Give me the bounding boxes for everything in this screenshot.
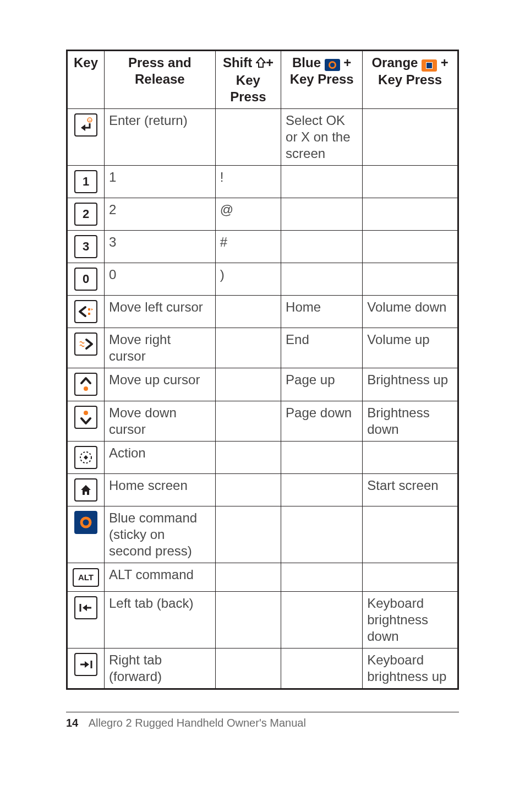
table-row: 3 3 #: [67, 231, 458, 263]
svg-point-5: [84, 411, 88, 415]
table-row: Home screen Start screen: [67, 474, 458, 506]
col-press: Press and Release: [105, 51, 216, 109]
svg-text:OK: OK: [88, 119, 92, 122]
table-row: Move right cursor End Volume up: [67, 328, 458, 368]
blue-command-key-icon: [74, 511, 97, 534]
key-function-table: Key Press and Release Shift + Key Press …: [66, 50, 459, 690]
shift-icon: [256, 56, 266, 72]
col-orange: Orange + Key Press: [363, 51, 458, 109]
right-arrow-key-icon: [74, 333, 97, 356]
svg-rect-3: [88, 313, 90, 315]
table-row: Left tab (back) Keyboard brightness down: [67, 592, 458, 648]
page-number: 14: [66, 717, 78, 729]
page-footer: 14 Allegro 2 Rugged Handheld Owner's Man…: [66, 717, 459, 729]
table-row: Blue command (sticky on second press): [67, 506, 458, 563]
svg-point-4: [84, 386, 88, 391]
table-row: 1 1 !: [67, 166, 458, 198]
table-row: OK Enter (return) Select OK or X on the …: [67, 109, 458, 166]
action-key-icon: [74, 446, 97, 469]
down-arrow-key-icon: [74, 406, 97, 429]
home-key-icon: [74, 478, 97, 502]
left-tab-key-icon: [74, 596, 97, 619]
enter-key-icon: OK: [74, 113, 97, 137]
table-row: 0 0 ): [67, 263, 458, 296]
svg-point-7: [81, 518, 90, 527]
three-key-icon: 3: [74, 235, 97, 258]
table-row: Action: [67, 442, 458, 474]
blue-donut-icon: [325, 59, 340, 71]
table-row: Right tab (forward) Keyboard brightness …: [67, 648, 458, 689]
col-blue: Blue + Key Press: [281, 51, 363, 109]
zero-key-icon: 0: [74, 268, 97, 291]
footer-divider: [66, 712, 459, 712]
table-row: Move down cursor Page down Brightness do…: [67, 401, 458, 442]
up-arrow-key-icon: [74, 373, 97, 396]
table-row: Move left cursor Home Volume down: [67, 296, 458, 328]
svg-rect-2: [88, 308, 90, 310]
manual-title: Allegro 2 Rugged Handheld Owner's Manual: [89, 717, 306, 729]
col-shift: Shift + Key Press: [215, 51, 281, 109]
table-row: ALT ALT command: [67, 563, 458, 592]
left-arrow-key-icon: [74, 300, 97, 323]
col-key: Key: [67, 51, 105, 109]
table-row: 2 2 @: [67, 198, 458, 231]
table-row: Move up cursor Page up Brightness up: [67, 368, 458, 401]
right-tab-key-icon: [74, 653, 97, 676]
alt-key-icon: ALT: [73, 568, 99, 587]
one-key-icon: 1: [74, 170, 97, 193]
orange-square-icon: [422, 59, 437, 72]
two-key-icon: 2: [74, 203, 97, 226]
